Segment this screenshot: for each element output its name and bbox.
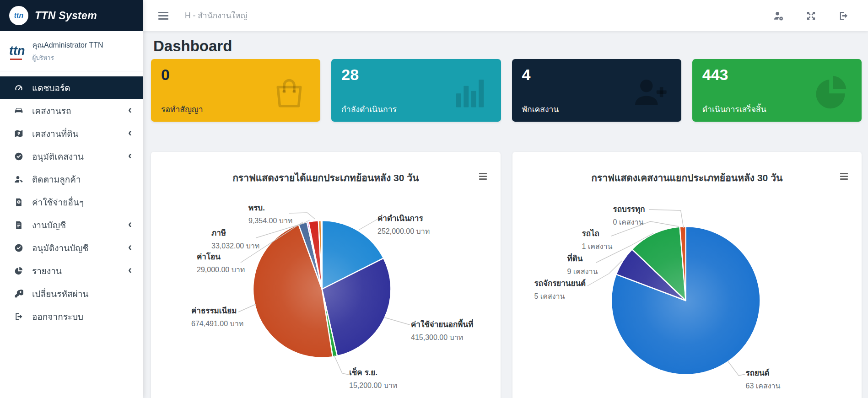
logout-icon xyxy=(13,312,25,321)
pie-label: รถไถ 1 เคสงาน xyxy=(582,227,613,252)
chevron-left-icon: ‹ xyxy=(128,127,132,138)
sidebar-toggle-button[interactable] xyxy=(158,12,168,20)
shopping-bag-icon xyxy=(269,72,309,112)
sidebar-brand[interactable]: ttn TTN System xyxy=(0,0,143,31)
chart-context-menu-button[interactable] xyxy=(840,173,848,180)
chevron-left-icon: ‹ xyxy=(128,242,132,253)
chart-pie-icon xyxy=(810,72,851,112)
cases-pie-chart-card: กราฟแสดงเคสงานแยกประเภทย้อนหลัง 30 วัน xyxy=(512,152,862,398)
pie-label: ค่าโอน 29,000.00 บาท xyxy=(197,250,245,275)
bar-chart-icon xyxy=(450,72,490,112)
check-circle-icon xyxy=(13,243,25,253)
stat-card-in-progress: 28 กำลังดำเนินการ xyxy=(331,59,501,122)
sidebar: ttn TTN System ttn คุณAdministrator TTN … xyxy=(0,0,143,398)
sidebar-item-car-cases[interactable]: เคสงานรถ ‹ xyxy=(0,99,143,122)
svg-text:$: $ xyxy=(18,201,19,204)
user-settings-button[interactable] xyxy=(773,11,784,21)
user-role: ผู้บริหาร xyxy=(32,53,103,63)
sidebar-item-label: เคสงานรถ xyxy=(32,104,71,118)
sidebar-item-accounting[interactable]: งานบัญชี ‹ xyxy=(0,214,143,237)
stat-card-on-hold: 4 พักเคสงาน xyxy=(512,59,681,122)
pie-label: รถยนต์ 63 เคสงาน xyxy=(746,366,781,392)
sidebar-item-label: งานบัญชี xyxy=(32,218,66,232)
pie-label: รถบรรทุก 0 เคสงาน xyxy=(613,203,645,228)
charts-row: กราฟแสดงรายได้แยกประเภทย้อนหลัง 30 วัน xyxy=(151,152,862,398)
chevron-left-icon: ‹ xyxy=(128,104,132,115)
pie-slice[interactable] xyxy=(321,221,322,289)
sidebar-item-land-cases[interactable]: เคสงานที่ดิน ‹ xyxy=(0,122,143,145)
stat-card-pending-contract: 0 รอทำสัญญา xyxy=(151,59,320,122)
chevron-left-icon: ‹ xyxy=(128,150,132,161)
pie-label: ค่าใช้จ่ายนอกพื้นที่ 415,300.00 บาท xyxy=(411,318,473,343)
gauge-icon xyxy=(13,83,25,92)
sidebar-item-label: เปลี่ยนรหัสผ่าน xyxy=(32,287,88,301)
sidebar-item-label: อนุมัติงานบัญชี xyxy=(32,241,88,255)
sidebar-item-approve-cases[interactable]: อนุมัติเคสงาน ‹ xyxy=(0,145,143,168)
sidebar-item-approve-accounting[interactable]: อนุมัติงานบัญชี ‹ xyxy=(0,237,143,259)
expand-arrows-icon xyxy=(806,11,816,21)
sidebar-item-dashboard[interactable]: แดชบอร์ด xyxy=(0,76,143,99)
sidebar-item-label: รายงาน xyxy=(32,264,62,278)
sidebar-item-reports[interactable]: รายงาน ‹ xyxy=(0,259,143,282)
sidebar-item-label: อนุมัติเคสงาน xyxy=(32,150,84,163)
user-panel: ttn คุณAdministrator TTN ผู้บริหาร xyxy=(0,31,143,71)
brand-title: TTN System xyxy=(35,10,97,22)
sidebar-item-other-expenses[interactable]: $ ค่าใช้จ่ายอื่นๆ xyxy=(0,191,143,214)
sidebar-item-follow-customers[interactable]: ติดตามลูกค้า xyxy=(0,168,143,191)
main-content: Dashboard 0 รอทำสัญญา 28 ก xyxy=(143,31,868,398)
sidebar-item-change-password[interactable]: เปลี่ยนรหัสผ่าน xyxy=(0,282,143,305)
pie-label: รถจักรยานยนต์ 5 เคสงาน xyxy=(534,277,586,302)
sidebar-item-label: ออกจากระบบ xyxy=(32,310,83,323)
chart-title: กราฟแสดงเคสงานแยกประเภทย้อนหลัง 30 วัน xyxy=(512,152,862,185)
pie-label: ค่าธรรมเนียม 674,491.00 บาท xyxy=(191,304,243,329)
fullscreen-button[interactable] xyxy=(806,11,816,21)
user-name: คุณAdministrator TTN xyxy=(32,39,103,51)
stat-card-completed: 443 ดำเนินการเสร็จสิ้น xyxy=(692,59,862,122)
chart-pie-icon xyxy=(13,266,25,275)
chevron-left-icon: ‹ xyxy=(128,219,132,230)
document-icon xyxy=(13,221,25,230)
pie-label: พรบ. 9,354.00 บาท xyxy=(248,201,292,226)
revenue-pie-chart-card: กราฟแสดงรายได้แยกประเภทย้อนหลัง 30 วัน xyxy=(151,152,501,398)
invoice-dollar-icon: $ xyxy=(13,198,25,207)
key-icon xyxy=(13,289,25,298)
sidebar-item-label: แดชบอร์ด xyxy=(32,81,70,95)
chart-context-menu-button[interactable] xyxy=(479,173,487,180)
sign-out-icon xyxy=(838,11,849,21)
chart-title: กราฟแสดงรายได้แยกประเภทย้อนหลัง 30 วัน xyxy=(151,152,501,185)
user-logo-icon: ttn xyxy=(9,45,25,57)
user-cog-icon xyxy=(773,11,784,21)
ttn-logo-icon: ttn xyxy=(9,6,28,25)
topbar: H - สำนักงานใหญ่ xyxy=(143,0,868,31)
pie-label: ที่ดิน 9 เคสงาน xyxy=(567,252,598,277)
chevron-left-icon: ‹ xyxy=(128,264,132,275)
sidebar-menu: แดชบอร์ด เคสงานรถ ‹ เคสงานที่ดิน ‹ อนุมั… xyxy=(0,71,143,328)
pie-label: เช็ค ร.ย. 15,200.00 บาท xyxy=(349,366,397,391)
sidebar-item-label: ติดตามลูกค้า xyxy=(32,172,81,186)
pie-label: ภาษี 33,032.00 บาท xyxy=(211,226,259,252)
pie-label: ค่าดำเนินการ 252,000.00 บาท xyxy=(377,212,430,237)
logout-button[interactable] xyxy=(838,11,849,21)
branch-breadcrumb: H - สำนักงานใหญ่ xyxy=(185,9,248,22)
sidebar-item-label: เคสงานที่ดิน xyxy=(32,127,79,140)
cases-pie-chart[interactable] xyxy=(512,152,862,398)
page-title: Dashboard xyxy=(153,38,862,55)
map-pin-icon xyxy=(13,129,25,138)
user-plus-icon xyxy=(630,72,670,112)
car-icon xyxy=(13,106,25,115)
stats-row: 0 รอทำสัญญา 28 กำลังดำเนินการ xyxy=(151,59,862,122)
check-circle-icon xyxy=(13,152,25,161)
user-tag-icon xyxy=(13,175,25,184)
sidebar-item-label: ค่าใช้จ่ายอื่นๆ xyxy=(32,195,84,209)
sidebar-item-logout[interactable]: ออกจากระบบ xyxy=(0,305,143,328)
